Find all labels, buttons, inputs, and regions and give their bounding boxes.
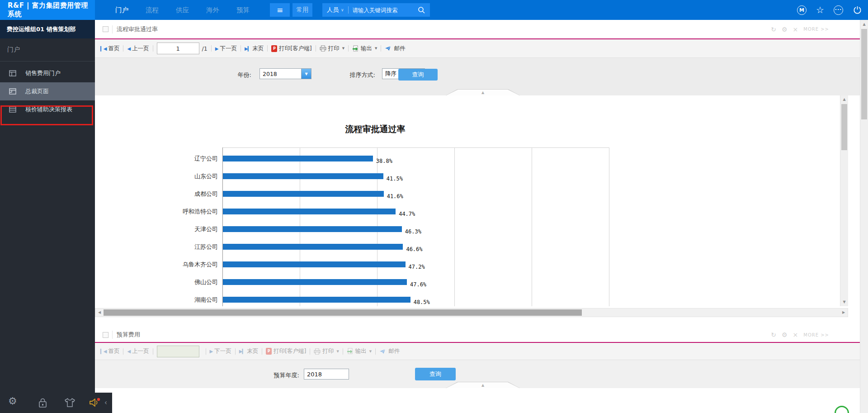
first-page-icon: ▎◀ xyxy=(100,349,106,354)
print-client-button[interactable]: P打印[客户端] xyxy=(271,45,311,52)
next-page-icon: ▶ xyxy=(210,349,213,354)
year-filter-label: 年份: xyxy=(199,71,251,79)
printer-icon xyxy=(314,348,321,355)
lock-icon[interactable] xyxy=(38,398,47,409)
panel-settings-gear-icon[interactable]: ⚙ xyxy=(782,332,788,338)
top-navigation-bar: R&F | 富力集团费用管理系统 门户流程供应海外预算 ≡ 常用 人员 ∨ M … xyxy=(0,0,868,20)
quick-access-button[interactable]: 常用 xyxy=(292,3,312,17)
nav-item-0[interactable]: 门户 xyxy=(107,0,137,20)
print-client-button[interactable]: P打印[客户端] xyxy=(266,347,306,355)
budget-year-input[interactable] xyxy=(304,369,349,380)
chart-bar xyxy=(223,191,384,197)
print-button[interactable]: 打印▼ xyxy=(320,45,344,52)
refresh-icon[interactable]: ↻ xyxy=(771,332,776,338)
scrollbar-thumb[interactable] xyxy=(861,29,867,119)
scrollbar-thumb[interactable] xyxy=(841,104,847,150)
year-select[interactable]: 2018 ▼ xyxy=(259,68,311,79)
prev-page-button[interactable]: ◀上一页 xyxy=(127,45,149,52)
window-vertical-scrollbar[interactable]: ▲ xyxy=(860,20,868,413)
panel-checkbox-icon[interactable] xyxy=(103,26,108,32)
category-label: 湖南公司 xyxy=(127,296,218,303)
toolbar-divider xyxy=(375,348,376,355)
filter-collapse-tab[interactable]: ▲ xyxy=(446,382,520,388)
next-page-icon: ▶ xyxy=(215,46,218,51)
scroll-down-arrow[interactable]: ▼ xyxy=(840,299,848,306)
mail-button[interactable]: 邮件 xyxy=(379,347,400,355)
sidebar-item-1[interactable]: 总裁页面 xyxy=(0,82,95,100)
page-number-input[interactable] xyxy=(157,43,199,54)
app-logo: R&F | 富力集团费用管理系统 xyxy=(0,0,95,20)
announcement-speaker-icon[interactable] xyxy=(89,397,101,410)
service-badge-icon[interactable] xyxy=(835,406,849,413)
next-page-button[interactable]: ▶下一页 xyxy=(215,45,237,52)
bar-value-label: 46.6% xyxy=(406,246,422,252)
prev-page-button[interactable]: ◀上一页 xyxy=(127,347,149,355)
scroll-up-arrow[interactable]: ▲ xyxy=(840,96,848,103)
theme-tshirt-icon[interactable] xyxy=(64,398,75,409)
first-page-icon: ▎◀ xyxy=(100,46,106,51)
search-icon[interactable] xyxy=(418,6,425,14)
next-page-button[interactable]: ▶下一页 xyxy=(210,347,231,355)
scroll-up-arrow[interactable]: ▲ xyxy=(860,21,868,28)
search-scope-dropdown[interactable]: 人员 ∨ xyxy=(327,6,344,14)
query-button-panel1[interactable]: 查询 xyxy=(398,69,438,81)
page-number-input[interactable] xyxy=(157,346,199,357)
close-icon[interactable]: × xyxy=(793,332,798,338)
export-button[interactable]: 输出▼ xyxy=(347,347,372,355)
chart-horizontal-scrollbar[interactable]: ◀ ▶ xyxy=(95,308,848,317)
panel2-header-actions: ↻ ⚙ × MORE >> xyxy=(771,332,860,338)
hamburger-menu-button[interactable]: ≡ xyxy=(270,3,290,17)
pdf-print-icon: P xyxy=(266,348,272,355)
nav-item-1[interactable]: 流程 xyxy=(137,0,167,20)
more-link[interactable]: MORE >> xyxy=(803,332,829,337)
scroll-right-arrow[interactable]: ▶ xyxy=(840,309,848,317)
chart-bar xyxy=(223,279,407,285)
mail-button[interactable]: 邮件 xyxy=(385,45,405,52)
chart-vertical-scrollbar[interactable]: ▲ ▼ xyxy=(840,95,848,306)
prev-page-icon: ◀ xyxy=(127,46,130,51)
scroll-left-arrow[interactable]: ◀ xyxy=(95,309,104,317)
query-button-panel2[interactable]: 查询 xyxy=(415,368,456,380)
bar-value-label: 41.6% xyxy=(387,193,403,199)
toolbar-divider xyxy=(123,45,123,52)
search-input[interactable] xyxy=(353,7,418,14)
export-button[interactable]: 输出▼ xyxy=(352,45,377,52)
prev-page-icon: ◀ xyxy=(127,349,130,354)
close-icon[interactable]: × xyxy=(793,26,798,33)
toolbar-divider xyxy=(316,45,316,52)
bar-value-label: 47.6% xyxy=(410,281,426,288)
last-page-button[interactable]: ▶▎末页 xyxy=(239,347,258,355)
first-page-button[interactable]: ▎◀首页 xyxy=(100,45,119,52)
gridline-100 xyxy=(609,147,609,306)
last-page-icon: ▶▎ xyxy=(239,349,245,354)
sidebar-item-0[interactable]: 销售费用门户 xyxy=(0,64,95,82)
bar-value-label: 47.2% xyxy=(409,264,425,270)
sidebar-item-label: 总裁页面 xyxy=(25,87,49,95)
settings-gear-icon[interactable]: ⚙ xyxy=(8,396,17,406)
more-link[interactable]: MORE >> xyxy=(803,27,829,32)
toolbar-divider xyxy=(310,348,310,355)
favorite-star-icon[interactable]: ☆ xyxy=(816,5,824,14)
nav-item-2[interactable]: 供应 xyxy=(167,0,198,20)
sidebar-footer-toolbar: ⚙ ‹ xyxy=(0,393,112,413)
sidebar-item-2[interactable]: 核价辅助决策报表 xyxy=(0,100,95,119)
first-page-button[interactable]: ▎◀首页 xyxy=(100,347,119,355)
refresh-icon[interactable]: ↻ xyxy=(771,26,776,33)
bar-value-label: 48.5% xyxy=(414,299,430,305)
nav-item-4[interactable]: 预算 xyxy=(228,0,258,20)
message-badge-icon[interactable]: M xyxy=(797,5,807,15)
nav-item-3[interactable]: 海外 xyxy=(198,0,228,20)
application-window: R&F | 富力集团费用管理系统 门户流程供应海外预算 ≡ 常用 人员 ∨ M … xyxy=(0,0,868,413)
global-search: 人员 ∨ xyxy=(322,3,430,17)
sidebar-menu: 销售费用门户总裁页面核价辅助决策报表 xyxy=(0,64,95,119)
select-dropdown-button[interactable]: ▼ xyxy=(301,69,311,79)
panel-settings-gear-icon[interactable]: ⚙ xyxy=(782,26,788,33)
collapse-chevron-icon[interactable]: ‹ xyxy=(104,399,107,407)
panel-checkbox-icon[interactable] xyxy=(103,332,108,338)
last-page-button[interactable]: ▶▎末页 xyxy=(245,45,264,52)
filter-collapse-tab[interactable]: ▲ xyxy=(446,89,520,95)
power-logout-icon[interactable] xyxy=(853,5,862,15)
scrollbar-thumb[interactable] xyxy=(104,309,582,316)
more-options-icon[interactable]: ··· xyxy=(834,5,843,15)
print-button[interactable]: 打印▼ xyxy=(314,347,339,355)
